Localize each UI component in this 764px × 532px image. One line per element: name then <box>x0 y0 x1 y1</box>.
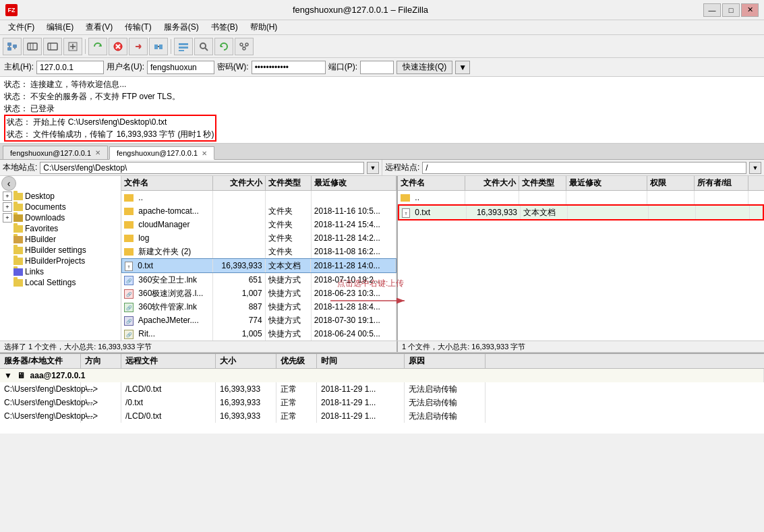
toolbar-site-manager[interactable] <box>3 38 22 55</box>
toolbar-new-tab2[interactable] <box>43 38 62 55</box>
folder-icon-favorites <box>13 225 23 233</box>
quick-connect-button[interactable]: 快速连接(Q) <box>396 61 452 74</box>
port-label: 端口(P): <box>328 61 357 73</box>
local-header-type[interactable]: 文件类型 <box>266 176 312 190</box>
remote-cell-name-parent: .. <box>398 191 465 204</box>
remote-header-perm[interactable]: 权限 <box>647 176 695 190</box>
local-file-header: 文件名 文件大小 文件类型 最近修改 <box>121 176 396 191</box>
minimize-button[interactable]: — <box>703 3 721 17</box>
tree-item-desktop[interactable]: + Desktop <box>0 191 121 202</box>
toolbar-search[interactable] <box>194 38 213 55</box>
tree-item-hbuilder-projects[interactable]: HBuilderProjects <box>0 256 121 266</box>
toolbar-new-tab[interactable] <box>23 38 42 55</box>
toolbar-btn6[interactable] <box>149 38 168 55</box>
lnk-icon-9: 🔗 <box>124 330 134 339</box>
menu-server[interactable]: 服务器(S) <box>158 20 204 34</box>
tree-label-links: Links <box>25 267 44 276</box>
local-path-bar: 本地站点: ▼ <box>0 160 382 175</box>
local-path-dropdown[interactable]: ▼ <box>367 162 379 174</box>
username-input[interactable] <box>147 61 214 74</box>
local-header-date[interactable]: 最近修改 <box>312 176 396 190</box>
queue-cell-reason-0: 无法启动传输 <box>405 382 486 396</box>
queue-cell-size-1: 16,393,933 <box>216 396 276 409</box>
port-input[interactable] <box>360 61 394 74</box>
local-header-name[interactable]: 文件名 <box>121 176 213 190</box>
local-cell-size-9: 1,005 <box>213 327 266 341</box>
host-input[interactable] <box>36 61 104 74</box>
tree-item-links[interactable]: Links <box>0 266 121 277</box>
local-row-3[interactable]: 新建文件夹 (2) 文件夹 2018-11-08 16:2... <box>121 245 396 258</box>
toolbar-filter[interactable] <box>235 38 254 55</box>
menu-edit[interactable]: 编辑(E) <box>41 20 79 34</box>
queue-cell-local-2: C:\Users\feng\Desktop\... <box>0 409 81 423</box>
app-icon: FZ <box>5 4 18 16</box>
local-cell-name-3: 新建文件夹 (2) <box>121 245 213 258</box>
menu-help[interactable]: 帮助(H) <box>245 20 283 34</box>
toolbar-disconnect[interactable] <box>129 38 148 55</box>
menu-file[interactable]: 文件(F) <box>3 20 40 34</box>
svg-rect-8 <box>48 43 57 50</box>
local-row-6[interactable]: 🔗 360极速浏览器.l... 1,007 快捷方式 2018-06-23 10… <box>121 287 396 300</box>
tree-item-hbuilder[interactable]: HBuilder <box>0 234 121 245</box>
tree-item-hbuilder-settings[interactable]: HBuilder settings <box>0 245 121 256</box>
password-input[interactable] <box>252 61 326 74</box>
menu-transfer[interactable]: 传输(T) <box>119 20 156 34</box>
local-header-size[interactable]: 文件大小 <box>213 176 266 190</box>
local-row-9[interactable]: 🔗 Rit... 1,005 快捷方式 2018-06-24 00:5... <box>121 327 396 341</box>
local-row-7[interactable]: 🔗 360软件管家.lnk 887 快捷方式 2018-11-28 18:4..… <box>121 300 396 314</box>
local-cell-date-9: 2018-06-24 00:5... <box>312 327 396 341</box>
local-cell-size-1 <box>213 218 266 231</box>
tree-item-documents[interactable]: + Documents <box>0 202 121 212</box>
tab-1[interactable]: fengshuoxun@127.0.0.1 ✕ <box>3 146 108 159</box>
remote-path-dropdown[interactable]: ▼ <box>749 162 761 174</box>
toolbar-refresh2[interactable] <box>214 38 233 55</box>
maximize-button[interactable]: □ <box>722 3 740 17</box>
nav-back[interactable]: ‹ <box>0 176 121 191</box>
nav-back-btn[interactable]: ‹ <box>1 176 16 191</box>
parent-icon <box>124 194 134 202</box>
local-cell-type-5: 快捷方式 <box>266 273 312 287</box>
queue-row-0[interactable]: C:\Users\feng\Desktop\... ---> /LCD/0.tx… <box>0 382 764 396</box>
queue-row-1[interactable]: C:\Users\feng\Desktop\... ---> /0.txt 16… <box>0 396 764 409</box>
toolbar-abort[interactable] <box>109 38 127 55</box>
queue-cell-local-0: C:\Users\feng\Desktop\... <box>0 382 81 396</box>
local-row-8[interactable]: 🔗 ApacheJMeter.... 774 快捷方式 2018-07-30 1… <box>121 314 396 327</box>
queue-cell-time-0: 2018-11-29 1... <box>317 382 405 396</box>
toolbar-btn3[interactable] <box>63 38 82 55</box>
local-row-0[interactable]: apache-tomcat... 文件夹 2018-11-16 10:5... <box>121 204 396 218</box>
local-row-5[interactable]: 🔗 360安全卫士.lnk 651 快捷方式 2018-07-10 19:2..… <box>121 273 396 287</box>
remote-header-date[interactable]: 最近修改 <box>566 176 647 190</box>
tree-label-local-settings: Local Settings <box>25 278 76 287</box>
remote-row-parent[interactable]: .. <box>398 191 764 204</box>
remote-row-0txt[interactable]: T 0.txt 16,393,933 文本文档 <box>398 204 764 220</box>
tab-1-close[interactable]: ✕ <box>95 149 100 156</box>
menu-view[interactable]: 查看(V) <box>80 20 118 34</box>
queue-cell-remote-1: /0.txt <box>121 396 216 409</box>
tab-2-close[interactable]: ✕ <box>202 150 207 157</box>
local-row-1[interactable]: cloudManager 文件夹 2018-11-24 15:4... <box>121 218 396 231</box>
toolbar-queue-processing[interactable] <box>174 38 193 55</box>
remote-header-type[interactable]: 文件类型 <box>519 176 566 190</box>
menu-bookmarks[interactable]: 书签(B) <box>206 20 243 34</box>
remote-header-name[interactable]: 文件名 <box>398 176 465 190</box>
local-row-parent[interactable]: .. <box>121 191 396 204</box>
local-row-2[interactable]: log 文件夹 2018-11-28 14:2... <box>121 231 396 245</box>
quick-connect-arrow[interactable]: ▼ <box>455 61 470 74</box>
local-row-4[interactable]: T 0.txt 16,393,933 文本文档 2018-11-28 14:0.… <box>121 258 396 273</box>
tree-item-downloads[interactable]: + Downloads <box>0 212 121 223</box>
tree-pane: ‹ + Desktop + Documents + Downloads <box>0 176 121 341</box>
tree-item-favorites[interactable]: Favorites <box>0 223 121 234</box>
remote-header-size[interactable]: 文件大小 <box>465 176 519 190</box>
local-cell-date-1: 2018-11-24 15:4... <box>312 218 396 231</box>
tab-2[interactable]: fengshuoxun@127.0.0.1 ✕ <box>109 146 214 160</box>
close-button[interactable]: ✕ <box>741 3 759 17</box>
svg-point-31 <box>243 47 245 50</box>
queue-header-reason: 原因 <box>405 354 486 368</box>
queue-row-2[interactable]: C:\Users\feng\Desktop\... ---> /LCD/0.tx… <box>0 409 764 423</box>
remote-header-owner[interactable]: 所有者/组 <box>695 176 748 190</box>
queue-cell-priority-1: 正常 <box>276 396 317 409</box>
tree-item-local-settings[interactable]: Local Settings <box>0 277 121 288</box>
remote-path-input[interactable] <box>422 162 746 174</box>
local-path-input[interactable] <box>40 162 364 174</box>
toolbar-reconnect[interactable] <box>88 38 107 55</box>
